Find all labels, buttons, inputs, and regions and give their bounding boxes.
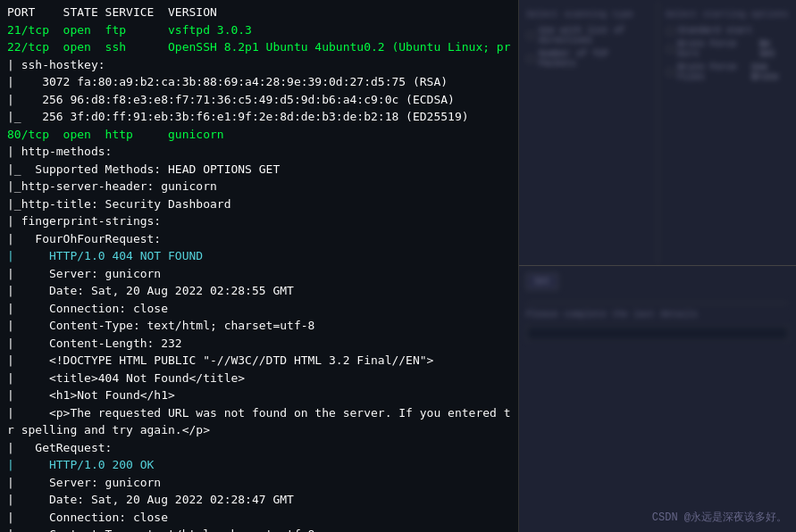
standard-radio[interactable] [666, 27, 675, 36]
scan-type-section: Select scanning type Use with list of di… [519, 0, 658, 265]
watermark-text: CSDN @永远是深夜该多好。 [652, 510, 787, 525]
start-options-section: Select starting options Standard start B… [658, 0, 797, 265]
brute-dirs-radio[interactable] [666, 45, 675, 54]
scan-type-label: Select scanning type [526, 9, 650, 21]
right-panel: Select scanning type Use with list of di… [518, 0, 796, 532]
brute-files-row: Brute Force Files Use Brute [666, 62, 790, 82]
terminal-output: PORT STATE SERVICE VERSION 21/tcp open f… [0, 0, 518, 532]
number-option-text: Number of TCP Packets [539, 49, 650, 69]
right-bottom-section: Set Please complete the last details [519, 266, 796, 532]
standard-start-row: Standard start [666, 26, 790, 36]
details-input[interactable] [526, 326, 789, 341]
brute-files-label: Brute Force Files [678, 62, 749, 82]
set-button[interactable]: Set [526, 273, 558, 290]
complete-label: Please complete the last details [526, 309, 789, 320]
start-options-label: Select starting options [666, 9, 790, 21]
list-radio[interactable] [526, 31, 535, 40]
brute-dirs-label: Brute Force Dirs [678, 39, 757, 59]
be-set-label: Be Set [759, 39, 789, 59]
brute-dirs-row: Brute Force Dirs Be Set [666, 39, 790, 59]
number-radio[interactable] [526, 54, 535, 63]
brute-files-radio[interactable] [666, 68, 675, 77]
right-top-section: Select scanning type Use with list of di… [519, 0, 796, 266]
list-option-text: Use with list of directives [539, 26, 650, 46]
section-divider [526, 303, 789, 303]
number-option-row: Number of TCP Packets [526, 49, 650, 69]
list-option-row: Use with list of directives [526, 26, 650, 46]
standard-label: Standard start [678, 26, 753, 36]
bottom-button-row: Set [526, 273, 789, 290]
use-brute-label: Use Brute [751, 62, 789, 82]
